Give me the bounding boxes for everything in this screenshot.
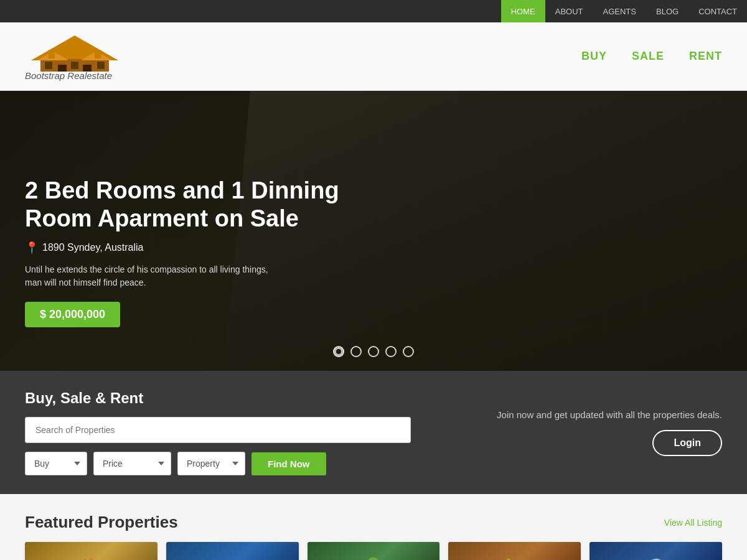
svg-rect-5 [95, 50, 101, 58]
price-filter-select[interactable]: Price Under $100k $100k-$500k $500k+ [93, 452, 171, 475]
property-thumbnail-4: 🏡 [448, 542, 581, 560]
search-right: Join now and get updated with all the pr… [472, 409, 722, 456]
search-input[interactable] [25, 417, 411, 443]
slider-dot-4[interactable] [385, 346, 397, 357]
nav-contact[interactable]: CONTACT [688, 0, 747, 22]
search-filters: Buy Sell Rent Price Under $100k $100k-$5… [25, 452, 411, 475]
featured-header: Featured Properties View All Listing [25, 513, 722, 532]
property-card-2[interactable]: 🏊 [166, 542, 299, 560]
slider-dots [333, 346, 414, 357]
hero-description: Until he extends the circle of his compa… [25, 263, 286, 289]
property-card-5[interactable]: 🌊 [590, 542, 722, 560]
slider-dot-1[interactable] [333, 346, 344, 357]
property-thumbnail-2: 🏊 [166, 542, 299, 560]
hero-address: 1890 Syndey, Australia [42, 242, 143, 253]
find-now-button[interactable]: Find Now [251, 452, 326, 475]
login-button[interactable]: Login [652, 430, 722, 456]
featured-title: Featured Properties [25, 513, 178, 532]
svg-rect-4 [49, 50, 55, 58]
join-text: Join now and get updated with all the pr… [497, 409, 722, 420]
svg-rect-6 [45, 62, 52, 69]
property-filter-select[interactable]: Property House Apartment Villa [177, 452, 245, 475]
hero-title: 2 Bed Rooms and 1 Dinning Room Aparment … [25, 177, 349, 233]
site-header: Bootstrap Realestate BUY SALE RENT [0, 22, 747, 91]
slider-dot-3[interactable] [368, 346, 379, 357]
property-thumbnail-3: 🌳 [308, 542, 440, 560]
nav-home[interactable]: HOME [501, 0, 545, 22]
header-rent-link[interactable]: RENT [689, 50, 722, 63]
logo-area: Bootstrap Realestate [25, 32, 125, 81]
logo-text: Bootstrap Realestate [25, 70, 112, 81]
properties-grid: 🏠 🏊 🌳 🏡 🌊 [25, 542, 722, 560]
search-title: Buy, Sale & Rent [25, 390, 411, 407]
nav-blog[interactable]: BLOG [646, 0, 688, 22]
hero-content: 2 Bed Rooms and 1 Dinning Room Aparment … [0, 177, 349, 346]
type-filter-select[interactable]: Buy Sell Rent [25, 452, 87, 475]
svg-rect-8 [97, 62, 105, 69]
slider-dot-2[interactable] [350, 346, 362, 357]
logo-icon [25, 32, 125, 73]
view-all-link[interactable]: View All Listing [664, 518, 722, 528]
property-card-3[interactable]: 🌳 [308, 542, 440, 560]
featured-section: Featured Properties View All Listing 🏠 🏊… [0, 494, 747, 560]
property-card-1[interactable]: 🏠 [25, 542, 157, 560]
hero-price: $ 20,000,000 [25, 302, 120, 327]
header-buy-link[interactable]: BUY [581, 50, 607, 63]
header-nav: BUY SALE RENT [581, 50, 722, 63]
top-navigation: HOME ABOUT AGENTS BLOG CONTACT [0, 0, 747, 22]
svg-rect-7 [71, 62, 78, 69]
nav-about[interactable]: ABOUT [545, 0, 593, 22]
search-section: Buy, Sale & Rent Buy Sell Rent Price Und… [0, 371, 747, 494]
nav-agents[interactable]: AGENTS [593, 0, 646, 22]
property-thumbnail-1: 🏠 [25, 542, 157, 560]
header-sale-link[interactable]: SALE [632, 50, 664, 63]
slider-dot-5[interactable] [403, 346, 414, 357]
property-card-4[interactable]: 🏡 [448, 542, 581, 560]
hero-slider: 2 Bed Rooms and 1 Dinning Room Aparment … [0, 91, 747, 371]
search-left: Buy, Sale & Rent Buy Sell Rent Price Und… [25, 390, 411, 475]
property-thumbnail-5: 🌊 [590, 542, 722, 560]
hero-location: 📍 1890 Syndey, Australia [25, 241, 349, 254]
location-pin-icon: 📍 [25, 241, 39, 254]
